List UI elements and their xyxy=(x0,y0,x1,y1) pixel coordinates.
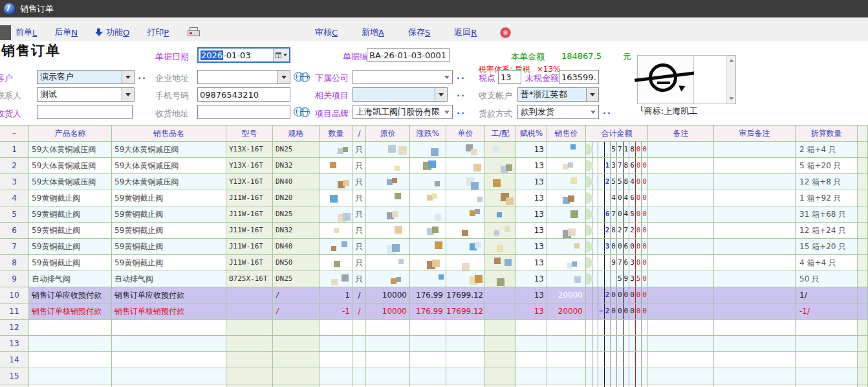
cell-note[interactable] xyxy=(648,352,714,368)
cell-audit-note[interactable] xyxy=(714,158,796,174)
cell-model[interactable]: Y13X-16T xyxy=(226,174,273,190)
cell-unit-price[interactable] xyxy=(446,174,485,190)
doc-no-input[interactable] xyxy=(367,48,450,62)
cell-sale-price[interactable] xyxy=(547,255,586,271)
cell-note[interactable] xyxy=(648,223,714,239)
cell-product-name[interactable] xyxy=(29,384,112,387)
cell-tax-pct[interactable]: 13 xyxy=(516,223,547,239)
scroll-down-icon[interactable] xyxy=(728,96,734,102)
cell-note[interactable] xyxy=(648,304,714,320)
cell-product-name[interactable]: 自动排气阀 xyxy=(29,271,112,287)
customer-select[interactable]: 演示客户 xyxy=(37,70,135,84)
cell-product-name[interactable]: 59大体黄铜减压阀 xyxy=(29,142,112,158)
payment-select[interactable]: 款到发货 xyxy=(517,105,599,119)
cell-sale-price[interactable] xyxy=(547,320,586,336)
brand-globe-icon[interactable] xyxy=(300,107,310,117)
cell-model[interactable] xyxy=(226,384,273,387)
cell-unit[interactable] xyxy=(353,384,366,387)
cell-labor[interactable] xyxy=(485,223,516,239)
cell-change-pct[interactable] xyxy=(410,158,446,174)
cell-labor[interactable] xyxy=(485,142,516,158)
cell-sale-name[interactable]: 销售订单应收预付款 xyxy=(112,287,226,304)
cell-converted-qty[interactable]: 31 箱+68 只 xyxy=(796,206,858,223)
cell-converted-qty[interactable]: 12 箱+24 只 xyxy=(796,223,858,239)
scroll-up-icon[interactable] xyxy=(728,58,734,63)
cell-sale-name[interactable]: 59大体黄铜减压阀 xyxy=(112,158,226,174)
cell-quantity[interactable] xyxy=(320,352,353,368)
cell-unit-price[interactable] xyxy=(446,352,485,368)
brand-select[interactable]: 上海凯工阀门股份有限 xyxy=(353,105,453,119)
cell-note[interactable] xyxy=(648,142,714,158)
cell-unit[interactable]: 只 xyxy=(353,223,366,239)
cell-note[interactable] xyxy=(648,271,714,287)
cell-unit[interactable] xyxy=(353,320,366,336)
cell-orig-price[interactable]: 10000 xyxy=(366,304,410,320)
project-dropdown-button[interactable] xyxy=(435,88,447,101)
cell-sale-name[interactable] xyxy=(112,368,226,384)
doc-date-input[interactable]: 2026 -01-03 xyxy=(197,47,290,63)
cell-total-amount[interactable] xyxy=(586,320,648,336)
cell-quantity[interactable] xyxy=(320,368,353,384)
cell-unit-price[interactable] xyxy=(446,142,485,158)
cell-quantity[interactable] xyxy=(320,142,353,158)
menu-item-L[interactable]: 前单L xyxy=(16,27,37,38)
cell-unit-price[interactable] xyxy=(446,336,485,352)
cell-note[interactable] xyxy=(648,336,714,352)
cell-spec[interactable] xyxy=(273,384,320,387)
cell-unit-price[interactable]: 17699.12 xyxy=(446,287,485,304)
cell-tax-pct[interactable]: 13 xyxy=(516,304,547,320)
cell-total-amount[interactable] xyxy=(586,336,648,352)
cell-sale-name[interactable]: 自动排气阀 xyxy=(112,271,226,287)
cell-unit-price[interactable] xyxy=(446,384,485,387)
cell-unit[interactable]: 只 xyxy=(353,158,366,174)
cell-sale-price[interactable] xyxy=(547,223,586,239)
cell-spec[interactable]: DN32 xyxy=(273,158,320,174)
cell-product-name[interactable]: 59黄铜截止阀 xyxy=(29,206,112,223)
cell-orig-price[interactable] xyxy=(366,190,410,206)
cell-change-pct[interactable] xyxy=(410,190,446,206)
cell-sale-name[interactable]: 59大体黄铜减压阀 xyxy=(112,174,226,190)
cell-total-amount[interactable]: 976300 xyxy=(586,255,648,271)
cell-orig-price[interactable] xyxy=(366,271,410,287)
cell-product-name[interactable]: 59黄铜截止阀 xyxy=(29,190,112,206)
cell-unit[interactable]: 只 xyxy=(353,174,366,190)
cell-total-amount[interactable] xyxy=(586,352,648,368)
cell-orig-price[interactable] xyxy=(366,206,410,223)
contact-select[interactable]: 测试 xyxy=(37,87,135,102)
cell-audit-note[interactable] xyxy=(714,206,796,223)
cell-labor[interactable] xyxy=(485,384,516,387)
brand-more-button[interactable]: .. xyxy=(457,106,466,116)
cell-total-amount[interactable]: 6704500 xyxy=(586,206,648,223)
cell-labor[interactable] xyxy=(485,255,516,271)
cell-quantity[interactable] xyxy=(320,336,353,352)
cell-spec[interactable]: DN25 xyxy=(273,206,320,223)
cell-tax-pct[interactable]: 13 xyxy=(516,206,547,223)
cell-labor[interactable] xyxy=(485,174,516,190)
cell-converted-qty[interactable]: 12 箱+8 只 xyxy=(796,174,858,190)
cell-sale-price[interactable] xyxy=(547,384,586,387)
cell-converted-qty[interactable]: 1 箱+92 只 xyxy=(796,190,858,206)
menu-item-A[interactable]: 新增A xyxy=(362,27,384,38)
cell-note[interactable] xyxy=(648,287,714,304)
cell-spec[interactable]: DN40 xyxy=(273,174,320,190)
cell-tax-pct[interactable]: 13 xyxy=(516,255,547,271)
cell-sale-price[interactable] xyxy=(547,190,586,206)
cell-change-pct[interactable] xyxy=(410,271,446,287)
cell-unit[interactable]: / xyxy=(353,304,366,320)
menu-item-S[interactable]: 保存S xyxy=(408,27,430,38)
cell-audit-note[interactable] xyxy=(714,190,796,206)
project-more-button[interactable]: .. xyxy=(457,89,466,98)
cell-change-pct[interactable] xyxy=(410,223,446,239)
cell-labor[interactable] xyxy=(485,304,516,320)
cell-total-amount[interactable]: 3006000 xyxy=(586,239,648,255)
customer-dropdown-button[interactable] xyxy=(122,71,134,83)
cell-sale-price[interactable] xyxy=(547,271,586,287)
cell-audit-note[interactable] xyxy=(714,142,796,158)
cell-tax-pct[interactable]: 13 xyxy=(516,271,547,287)
menu-item-O[interactable]: 功能O xyxy=(95,27,129,38)
cell-sale-price[interactable] xyxy=(547,158,586,174)
cell-tax-pct[interactable] xyxy=(516,368,547,384)
cell-sale-price[interactable] xyxy=(547,142,586,158)
cell-tax-pct[interactable]: 13 xyxy=(516,158,547,174)
cell-labor[interactable] xyxy=(485,158,516,174)
